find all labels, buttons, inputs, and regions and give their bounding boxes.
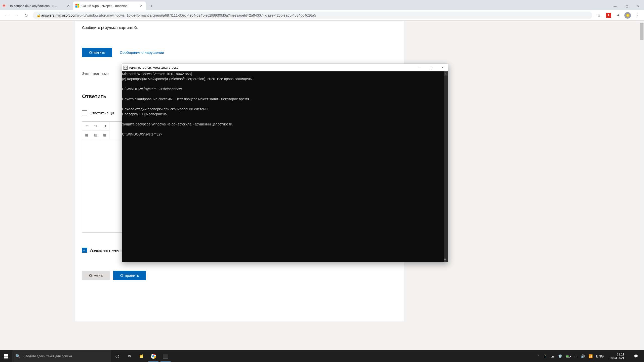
cmd-icon: C:\ [124,66,128,70]
tab-close-icon[interactable]: ✕ [139,4,143,8]
scrollbar-thumb[interactable] [640,23,643,40]
address-bar[interactable]: 🔒 answers.microsoft.com/ru-ru/windows/fo… [33,12,592,19]
cancel-button[interactable]: Отмена [82,271,110,280]
svg-rect-2 [4,356,6,358]
cmd-window-controls: — ▢ ✕ [413,64,448,71]
tray-chevron-up-icon[interactable]: ˄ [538,354,540,358]
new-tab-button[interactable]: ＋ [148,2,155,9]
url-path: /ru-ru/windows/forum/windows_10-performa… [77,13,316,17]
chrome-taskbar-icon[interactable] [147,350,159,362]
tray-battery-icon[interactable] [566,355,570,357]
file-explorer-icon[interactable]: 🗂️ [135,350,147,362]
tray-wifi-icon[interactable]: 📶 [588,354,593,358]
form-buttons: Отмена Отправить [82,271,397,280]
tab-strip: M На вопрос был опубликован н... ✕ Синий… [0,0,644,10]
bookmark-star-icon[interactable]: ☆ [595,11,603,20]
page-scrollbar[interactable] [640,21,644,350]
url-host: answers.microsoft.com [41,13,77,17]
cmd-minimize-button[interactable]: — [413,64,425,71]
quote-checkbox[interactable] [82,110,87,115]
cortana-icon[interactable]: ◯ [111,350,123,362]
tray-onedrive-icon[interactable]: ☁ [551,354,554,358]
rte-code-icon[interactable]: ▤ [91,130,100,139]
rte-bold-icon[interactable]: B [100,122,109,130]
task-view-icon[interactable]: ⧉ [123,350,135,362]
quote-checkbox-label: Ответить с ци [90,111,114,115]
tab-title: На вопрос был опубликован н... [9,4,65,8]
chrome-menu-icon[interactable]: ⋮ [633,11,641,20]
action-center-icon[interactable]: 💬 [630,350,642,362]
svg-rect-1 [6,354,8,356]
gmail-favicon: M [3,4,7,8]
svg-rect-3 [6,356,8,358]
tab-title: Синий экран смерти - machine [82,4,138,8]
search-icon: 🔍 [15,354,20,358]
cmd-titlebar[interactable]: C:\ Администратор: Командная строка — ▢ … [122,64,448,71]
minimize-button[interactable]: — [609,3,621,10]
tab-close-icon[interactable]: ✕ [66,4,70,8]
browser-toolbar: ← → ↻ 🔒 answers.microsoft.com/ru-ru/wind… [0,10,644,21]
reply-button[interactable]: Ответить [82,48,112,57]
cmd-title: Администратор: Командная строка [129,65,413,70]
tab-gmail[interactable]: M На вопрос был опубликован н... ✕ [0,2,73,10]
rte-table-icon[interactable]: ▥ [100,130,109,139]
browser-window-controls: — ▢ ✕ [609,3,644,10]
profile-avatar[interactable]: 🙂 [623,11,632,20]
submit-button[interactable]: Отправить [113,271,146,280]
ms-favicon [75,4,79,8]
windows-taskbar: 🔍 Введите здесь текст для поиска ◯ ⧉ 🗂️ … [0,350,644,362]
forward-button[interactable]: → [12,11,21,20]
scroll-down-icon[interactable]: ▼ [444,258,446,262]
cmd-taskbar-icon[interactable] [159,350,172,362]
scroll-up-icon[interactable]: ▲ [444,71,448,76]
cmd-output[interactable]: Microsoft Windows [Version 10.0.19042.86… [122,71,444,262]
tray-device-icon[interactable]: 📱 [543,354,547,358]
tray-volume-icon[interactable]: 🔊 [581,354,585,358]
cmd-window: C:\ Администратор: Командная строка — ▢ … [122,64,448,262]
taskbar-clock[interactable]: 19:11 18.03.2021 [607,353,626,360]
report-abuse-link[interactable]: Сообщение о нарушении [120,50,164,55]
windows-logo-icon [4,354,8,358]
message-actions: Ответить Сообщение о нарушении [82,48,397,57]
cmd-close-button[interactable]: ✕ [436,64,448,71]
lock-icon: 🔒 [36,13,41,18]
rte-redo-icon[interactable]: ↷ [91,122,100,130]
cmd-maximize-button[interactable]: ▢ [425,64,436,71]
adobe-extension-icon[interactable]: A [604,11,613,20]
taskbar-search[interactable]: 🔍 Введите здесь текст для поиска [12,350,111,362]
message-text: Сообщите результат картинкой. [82,25,397,30]
tray-security-icon[interactable]: 🛡️ [558,354,562,358]
maximize-button[interactable]: ▢ [621,3,632,10]
clock-date: 18.03.2021 [609,356,624,360]
rte-image-icon[interactable]: ▦ [82,130,91,139]
rte-undo-icon[interactable]: ↶ [82,122,91,130]
tray-network-icon[interactable]: ▭ [574,354,577,358]
system-tray: ˄ 📱 ☁ 🛡️ ▭ 🔊 📶 ENG 19:11 18.03.2021 💬 [538,350,644,362]
clock-time: 19:11 [617,353,624,356]
back-button[interactable]: ← [3,11,11,20]
svg-rect-0 [4,354,6,356]
notify-checkbox[interactable] [82,248,87,253]
close-button[interactable]: ✕ [632,3,644,10]
tray-language[interactable]: ENG [596,354,604,358]
tab-ms-answers[interactable]: Синий экран смерти - machine ✕ [73,2,146,10]
search-placeholder: Введите здесь текст для поиска [23,354,72,358]
cmd-scrollbar[interactable]: ▲ ▼ [444,71,448,262]
reload-button[interactable]: ↻ [22,11,30,20]
start-button[interactable] [0,350,12,362]
cmd-scrollbar-track[interactable] [444,76,448,258]
extensions-icon[interactable]: ✦ [614,11,622,20]
